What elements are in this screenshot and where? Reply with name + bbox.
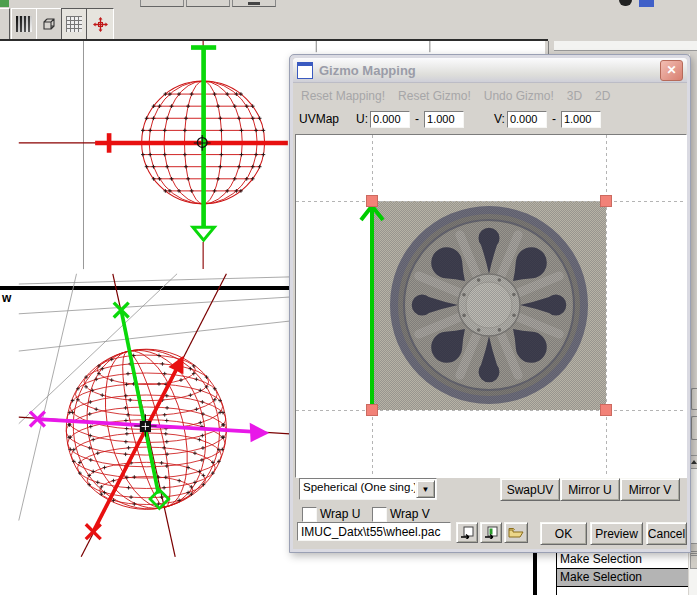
menu-reset-gizmo[interactable]: Reset Gizmo! bbox=[398, 89, 471, 103]
menu-2d[interactable]: 2D bbox=[595, 89, 610, 103]
grid-icon bbox=[66, 16, 82, 32]
app-window: w Make Selection Make Selection Gizmo Ma… bbox=[0, 0, 697, 595]
chevron-down-icon: ▼ bbox=[422, 485, 430, 494]
v-label: V: bbox=[494, 112, 505, 126]
material-toolbar-button[interactable] bbox=[11, 8, 37, 40]
open-folder-icon bbox=[508, 526, 524, 539]
gizmo-toolbar-button[interactable] bbox=[86, 8, 114, 40]
scrollbar-thumb[interactable] bbox=[690, 543, 697, 569]
partial-icon bbox=[619, 0, 632, 6]
uvmap-row: UVMap U: - V: - bbox=[294, 108, 686, 130]
wheel-texture bbox=[372, 201, 606, 410]
menu-undo-gizmo[interactable]: Undo Gizmo! bbox=[484, 89, 554, 103]
swap-file-button[interactable] bbox=[456, 522, 478, 543]
scrollbar-track[interactable] bbox=[690, 469, 697, 595]
list-gap bbox=[537, 551, 556, 595]
u-min-field[interactable] bbox=[370, 111, 410, 128]
close-icon: ✕ bbox=[666, 64, 676, 76]
dialog-title: Gizmo Mapping bbox=[319, 63, 660, 78]
thumb-grip bbox=[691, 551, 697, 552]
window-icon bbox=[297, 62, 313, 79]
scroll-up-arrow-icon bbox=[691, 460, 697, 464]
uv-handle-topright[interactable] bbox=[601, 196, 612, 207]
dialog-titlebar[interactable]: Gizmo Mapping ✕ bbox=[293, 58, 687, 83]
viewport-label: w bbox=[2, 291, 11, 305]
partial-green-icon bbox=[0, 0, 9, 7]
scrollbar-up-button[interactable] bbox=[690, 455, 697, 469]
selection-list: Make Selection Make Selection bbox=[556, 550, 688, 595]
wrap-u-label: Wrap U bbox=[320, 507, 360, 521]
list-item[interactable]: Make Selection bbox=[557, 551, 688, 569]
uvmap-label: UVMap bbox=[299, 112, 339, 126]
preview-button[interactable]: Preview bbox=[590, 522, 643, 545]
uv-preview-area[interactable] bbox=[295, 134, 687, 478]
uv-handle-topleft[interactable] bbox=[367, 196, 378, 207]
gizmo-icon bbox=[92, 16, 109, 33]
partial-toolbar-button bbox=[140, 0, 184, 7]
import-file-icon bbox=[484, 526, 498, 539]
dropdown-arrow-button[interactable]: ▼ bbox=[416, 480, 435, 498]
swap-file-icon bbox=[460, 526, 474, 539]
cancel-button[interactable]: Cancel bbox=[646, 522, 687, 545]
partial-icon bbox=[639, 0, 654, 7]
uv-handle-bottomright[interactable] bbox=[601, 405, 612, 416]
swap-uv-button[interactable]: SwapUV bbox=[500, 478, 560, 501]
cube-toolbar-button[interactable] bbox=[36, 8, 62, 40]
list-item-selected[interactable]: Make Selection bbox=[557, 569, 688, 587]
v-min-field[interactable] bbox=[507, 111, 547, 128]
import-file-button[interactable] bbox=[480, 522, 502, 543]
grid-toolbar-button[interactable] bbox=[61, 8, 87, 40]
wrap-u-checkbox[interactable] bbox=[302, 507, 317, 522]
list-item[interactable] bbox=[557, 587, 688, 595]
menu-3d[interactable]: 3D bbox=[567, 89, 582, 103]
gizmo-mapping-dialog: Gizmo Mapping ✕ Reset Mapping! Reset Giz… bbox=[289, 54, 691, 553]
close-button[interactable]: ✕ bbox=[660, 60, 683, 81]
partial-button-edge bbox=[691, 388, 697, 410]
u-max-field[interactable] bbox=[424, 111, 464, 128]
texture-path-input[interactable] bbox=[297, 522, 451, 541]
partial-toolbar-button bbox=[232, 0, 276, 7]
ok-button[interactable]: OK bbox=[540, 522, 587, 545]
uv-handle-bottomleft[interactable] bbox=[367, 405, 378, 416]
partial-button-edge bbox=[691, 416, 697, 440]
wrap-v-label: Wrap V bbox=[390, 507, 430, 521]
wrap-v-checkbox[interactable] bbox=[372, 507, 387, 522]
u-label: U: bbox=[356, 112, 368, 126]
partial-toolbar-button bbox=[186, 0, 230, 7]
dash-separator: - bbox=[415, 112, 419, 126]
mirror-u-button[interactable]: Mirror U bbox=[560, 478, 620, 501]
dash-separator: - bbox=[552, 112, 556, 126]
mapping-type-value: Speherical (One sing.) bbox=[300, 479, 415, 499]
browse-folder-button[interactable] bbox=[504, 522, 528, 543]
dialog-menubar: Reset Mapping! Reset Gizmo! Undo Gizmo! … bbox=[294, 87, 684, 105]
material-icon bbox=[16, 16, 32, 32]
menu-reset-mapping[interactable]: Reset Mapping! bbox=[301, 89, 385, 103]
cube-icon bbox=[41, 16, 58, 33]
mirror-v-button[interactable]: Mirror V bbox=[620, 478, 680, 501]
v-max-field[interactable] bbox=[561, 111, 601, 128]
toolbar-button-partial[interactable] bbox=[0, 8, 10, 40]
mapping-type-dropdown[interactable]: Speherical (One sing.) ▼ bbox=[299, 478, 437, 500]
right-panel-top bbox=[548, 41, 697, 54]
top-toolbar bbox=[0, 0, 697, 39]
